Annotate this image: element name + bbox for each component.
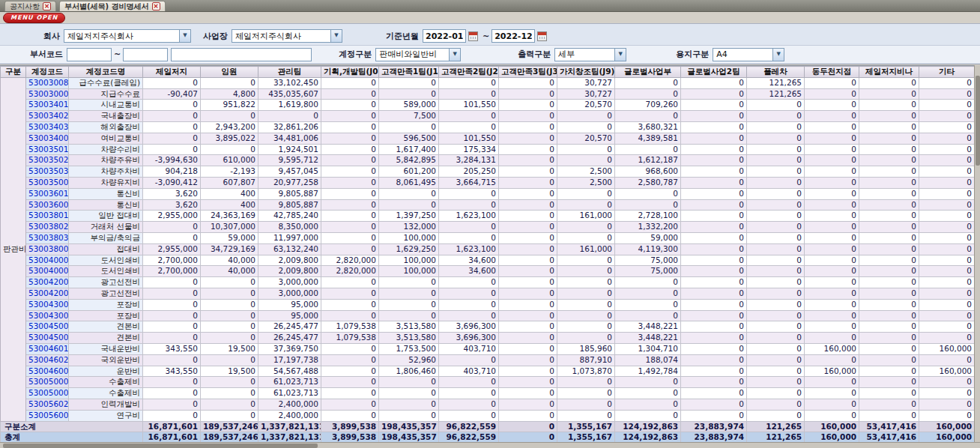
cell-value[interactable]: 0 <box>379 88 439 100</box>
cell-value[interactable]: 3,448,221 <box>615 333 681 344</box>
cell-value[interactable]: 0 <box>143 77 201 88</box>
cell-value[interactable]: 0 <box>805 111 859 122</box>
cell-value[interactable]: 0 <box>681 321 747 333</box>
cell-value[interactable]: 0 <box>615 410 681 421</box>
tab-expense-report[interactable]: 부서별(세목) 경비명세서 × <box>59 1 166 11</box>
cell-value[interactable]: 0 <box>499 211 557 222</box>
cell-value[interactable]: 0 <box>379 377 439 388</box>
cell-value[interactable]: 3,696,300 <box>439 321 499 333</box>
table-row[interactable]: 53004500견본비0026,245,4771,079,5383,513,58… <box>1 333 975 344</box>
cell-value[interactable]: 0 <box>747 222 805 233</box>
cell-account-code[interactable]: 53004200 <box>26 288 69 299</box>
cell-value[interactable]: 343,550 <box>143 343 201 354</box>
cell-value[interactable]: 34,600 <box>439 255 499 266</box>
cell-value[interactable]: 0 <box>747 388 805 399</box>
cell-value[interactable]: 0 <box>681 299 747 310</box>
cell-value[interactable]: 0 <box>859 399 919 410</box>
output-type-select[interactable]: 세부 ▼ <box>554 48 626 61</box>
cell-value[interactable]: -90,407 <box>143 88 201 100</box>
cell-value[interactable]: 0 <box>439 388 499 399</box>
cell-value[interactable]: 0 <box>859 354 919 366</box>
table-row[interactable]: 53003600통신비3,6204009,805,88700000000000 <box>1 199 975 211</box>
cell-value[interactable]: 59,000 <box>615 232 681 243</box>
cell-value[interactable]: 2,580,787 <box>615 177 681 188</box>
cell-value[interactable]: 9,805,887 <box>258 199 321 211</box>
cell-account-code[interactable]: 53003600 <box>26 199 69 211</box>
table-row[interactable]: 53004000도서인쇄비2,700,00040,0002,009,8002,8… <box>1 255 975 266</box>
cell-value[interactable]: 0 <box>805 288 859 299</box>
cell-value[interactable]: 132,000 <box>379 222 439 233</box>
cell-account-name[interactable]: 견본비 <box>69 333 143 344</box>
cell-value[interactable]: 0 <box>747 288 805 299</box>
cell-value[interactable]: 0 <box>859 410 919 421</box>
cell-value[interactable]: 0 <box>859 111 919 122</box>
cell-account-code[interactable]: 53004300 <box>26 299 69 310</box>
cell-account-name[interactable]: 광고선전비 <box>69 288 143 299</box>
cell-account-name[interactable]: 광고선전비 <box>69 277 143 288</box>
cell-value[interactable]: 0 <box>681 232 747 243</box>
cell-value[interactable]: 34,600 <box>439 266 499 277</box>
cell-value[interactable]: 59,000 <box>201 232 258 243</box>
cell-value[interactable]: 3,620 <box>143 199 201 211</box>
cell-value[interactable]: 0 <box>805 255 859 266</box>
cell-value[interactable]: 0 <box>919 310 975 321</box>
cell-account-code[interactable]: 53004300 <box>26 310 69 321</box>
cell-value[interactable]: 1,397,250 <box>379 211 439 222</box>
cell-value[interactable]: 0 <box>321 232 379 243</box>
cell-value[interactable]: 100,000 <box>379 232 439 243</box>
cell-value[interactable]: 0 <box>681 377 747 388</box>
cell-value[interactable]: 1,304,710 <box>615 343 681 354</box>
table-row[interactable]: 53003403해외출장비02,943,20032,861,206000003,… <box>1 121 975 133</box>
cell-value[interactable]: 0 <box>681 121 747 133</box>
cell-value[interactable]: 403,710 <box>439 366 499 377</box>
cell-value[interactable]: 0 <box>379 410 439 421</box>
cell-account-name[interactable]: 수출제비 <box>69 377 143 388</box>
cell-account-name[interactable]: 차량주유비 <box>69 155 143 166</box>
cell-total-value[interactable]: 121,265 <box>747 432 805 442</box>
cell-value[interactable]: 0 <box>859 299 919 310</box>
cell-value[interactable]: 0 <box>859 266 919 277</box>
cell-value[interactable]: 0 <box>143 354 201 366</box>
cell-account-code[interactable]: 53003502 <box>26 155 69 166</box>
cell-value[interactable]: 0 <box>747 121 805 133</box>
cell-value[interactable]: 435,035,607 <box>258 88 321 100</box>
cell-account-name[interactable]: 차량수리비 <box>69 144 143 155</box>
cell-value[interactable]: 0 <box>143 121 201 133</box>
cell-value[interactable]: 0 <box>681 155 747 166</box>
cell-value[interactable]: 0 <box>499 333 557 344</box>
cell-value[interactable]: 0 <box>805 88 859 100</box>
cell-value[interactable]: 0 <box>557 255 615 266</box>
cell-value[interactable]: 0 <box>681 366 747 377</box>
cell-value[interactable]: 0 <box>859 222 919 233</box>
cell-value[interactable]: 1,079,538 <box>321 333 379 344</box>
vertical-scrollbar[interactable] <box>974 65 980 442</box>
cell-value[interactable]: 9,457,045 <box>258 166 321 178</box>
cell-value[interactable]: 0 <box>321 199 379 211</box>
cell-value[interactable]: 0 <box>439 354 499 366</box>
cell-value[interactable]: 0 <box>143 333 201 344</box>
cell-value[interactable]: 0 <box>557 144 615 155</box>
cell-value[interactable]: 0 <box>321 166 379 178</box>
cell-account-name[interactable]: 급수수료(클레임) <box>69 77 143 88</box>
cell-value[interactable]: 0 <box>258 111 321 122</box>
cell-value[interactable]: 0 <box>143 310 201 321</box>
cell-total-value[interactable]: 160,000 <box>919 432 975 442</box>
cell-value[interactable]: 2,400,000 <box>258 399 321 410</box>
cell-value[interactable]: 0 <box>805 121 859 133</box>
cell-value[interactable]: 0 <box>321 243 379 255</box>
cell-value[interactable]: 0 <box>919 255 975 266</box>
cell-value[interactable]: 607,807 <box>201 177 258 188</box>
cell-account-name[interactable]: 포장비 <box>69 299 143 310</box>
cell-value[interactable]: 1,623,100 <box>439 211 499 222</box>
cell-value[interactable]: 4,119,300 <box>615 243 681 255</box>
cell-value[interactable]: 2,700,000 <box>143 266 201 277</box>
cell-value[interactable]: 0 <box>615 288 681 299</box>
cell-value[interactable]: 0 <box>805 388 859 399</box>
cell-account-code[interactable]: 53004601 <box>26 343 69 354</box>
cell-value[interactable]: 3,620 <box>143 188 201 199</box>
cell-value[interactable]: 0 <box>439 377 499 388</box>
cell-value[interactable]: 0 <box>143 299 201 310</box>
cell-value[interactable]: 0 <box>859 388 919 399</box>
cell-value[interactable]: 0 <box>379 299 439 310</box>
table-row[interactable]: 53003803부의금/축의금059,00011,997,0000100,000… <box>1 232 975 243</box>
